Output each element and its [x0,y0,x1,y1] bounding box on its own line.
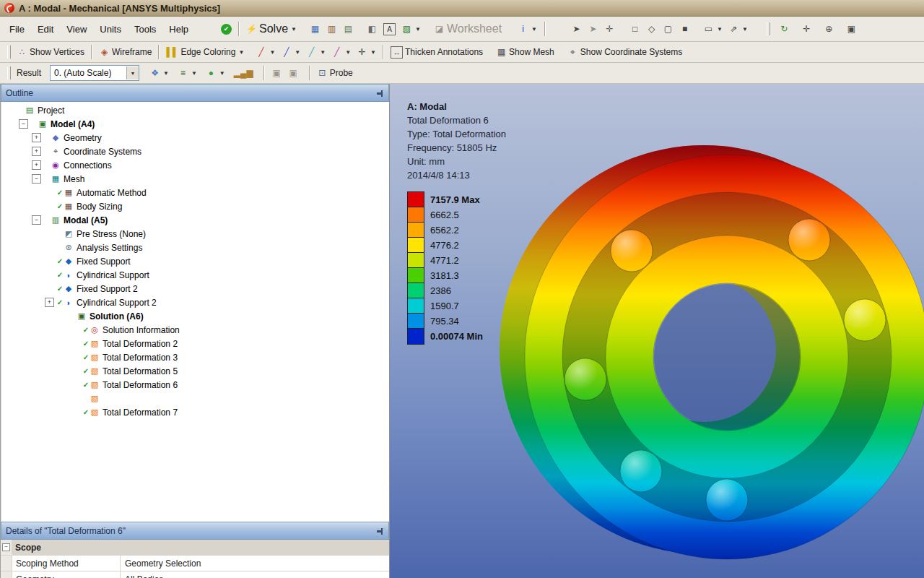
tree-item[interactable]: ⊛Analysis Settings [1,241,389,254]
tree-item[interactable]: +⌖Coordinate Systems [1,144,389,158]
tree-item[interactable]: ✓◆Fixed Support 2 [1,282,389,296]
edge-coloring-button[interactable]: ▌▌Edge Coloring▼ [163,43,247,61]
menu-units[interactable]: Units [93,21,128,37]
pan-button[interactable]: ✛ [798,20,815,38]
collapse-icon[interactable]: − [32,174,41,184]
scale-combo[interactable]: 0. (Auto Scale)▼ [50,65,139,81]
check-icon: ✓ [82,408,90,416]
details-title: Details of "Total Deformation 6" [6,526,126,536]
legend-value: 4776.2 [430,240,459,251]
check-icon: ✓ [56,271,64,279]
details-gutter: − [1,540,12,555]
tree-item[interactable]: ▣Solution (A6) [1,309,389,323]
report-button[interactable]: ▧▼ [398,20,424,38]
edge-style-blue-button[interactable]: ╱▼ [278,43,303,61]
collapse-icon[interactable]: − [19,119,28,129]
geometry-display-button[interactable]: ❖▼ [147,64,172,82]
section-collapse-icon[interactable]: − [2,543,10,551]
details-row[interactable]: GeometryAll Bodies [1,571,389,578]
thicken-annotations-button-label: Thicken Annotations [405,47,483,57]
info-button[interactable]: i▼ [515,20,540,38]
tree-item[interactable]: −▦Mesh [1,172,389,186]
rotate-button[interactable]: ↻ [776,20,793,38]
direction-button[interactable]: ➤ [585,20,601,38]
expand-icon[interactable]: + [32,147,41,156]
box-zoom-button[interactable]: ▣ [843,20,860,38]
edge-style-cyan-button[interactable]: ╱▼ [303,43,328,61]
thicken-annotations-icon: ↔ [391,46,403,59]
pin-icon[interactable] [377,527,384,535]
check-icon: ✓ [82,340,90,348]
tree-item[interactable]: −▣Model (A4) [1,117,389,131]
tree-item[interactable]: ✓▧Total Deformation 6 [1,378,389,392]
outline-panel: Outline ▤Project−▣Model (A4)+◆Geometry+⌖… [0,84,389,522]
pin-icon[interactable] [377,90,384,97]
section-plane-button[interactable]: ◧ [364,20,380,38]
details-value[interactable]: All Bodies [121,571,389,578]
annotation-button[interactable]: A [380,20,398,38]
zoom-in-button[interactable]: ⊕ [821,20,837,38]
contours-button[interactable]: ≡▼ [175,64,200,82]
smooth-shading-button[interactable]: ●▼ [203,64,228,82]
status-ready-button[interactable]: ✔ [218,20,235,38]
tree-item[interactable]: ✓◆Fixed Support [1,254,389,268]
edge-style-red-button[interactable]: ╱▼ [253,43,278,61]
vertex-filter-button[interactable]: □ [627,20,643,38]
tree-item[interactable]: ✓▧Total Deformation 3 [1,350,389,364]
scale-bars-button[interactable]: ▂▄▆ [231,64,256,82]
legend-swatch [407,298,424,314]
tree-item[interactable]: ✓◎Solution Information [1,323,389,337]
tree-item[interactable]: ✓▧Total Deformation 7 [1,405,389,419]
menu-file[interactable]: File [3,21,31,37]
solve-button[interactable]: ⚡Solve▼ [243,20,300,38]
thicken-annotations-button[interactable]: ↔Thicken Annotations [388,43,486,61]
collapse-icon[interactable]: − [32,215,41,225]
menu-tools[interactable]: Tools [128,21,162,37]
edge-style-black-button[interactable]: ✛▼ [354,43,379,61]
face-filter-button[interactable]: ▢ [660,20,676,38]
analysis-data-button[interactable]: ▦ [307,20,323,38]
tree-item[interactable]: ✓▦Automatic Method [1,186,389,199]
tree-item[interactable]: ✓▧Total Deformation 5 [1,364,389,378]
tree-item[interactable]: ✓▧Total Deformation 2 [1,337,389,350]
tree-item[interactable]: −▥Modal (A5) [1,213,389,227]
edge-filter-button[interactable]: ◇ [643,20,660,38]
edge-style-magenta-button[interactable]: ╱▼ [328,43,354,61]
report-icon: ▧ [401,24,412,35]
details-section-row[interactable]: −Scope [1,540,389,556]
details-row[interactable]: Scoping MethodGeometry Selection [1,556,389,571]
expand-icon[interactable]: + [45,298,54,307]
menu-help[interactable]: Help [162,21,195,37]
scale-bars-icon: ▂▄▆ [234,68,253,79]
details-value[interactable]: Geometry Selection [121,556,389,571]
menu-bar: FileEditViewUnitsToolsHelp ✔⚡Solve▼▦▥▤◧A… [0,17,924,42]
expand-icon[interactable]: + [32,133,41,142]
tree-item[interactable]: ✓◗Cylindrical Support [1,268,389,282]
tree-item[interactable]: +◉Connections [1,158,389,172]
details-label: Scoping Method [12,556,121,571]
select-mode-button[interactable]: ▭▼ [700,20,725,38]
label-select-button[interactable]: ➤ [568,20,585,38]
tree-item[interactable]: +✓◗Cylindrical Support 2 [1,296,389,309]
new-chart-button[interactable]: ▥ [323,20,340,38]
menu-view[interactable]: View [60,21,93,37]
tree-item[interactable]: ◩Pre Stress (None) [1,227,389,241]
dropdown-arrow-icon[interactable]: ▼ [126,66,139,79]
tree-item[interactable]: +◆Geometry [1,131,389,144]
probe-button[interactable]: ⊡Probe [314,64,356,82]
show-vertices-button[interactable]: ∴Show Vertices [14,43,87,61]
show-mesh-button[interactable]: ▦Show Mesh [493,43,557,61]
expand-icon[interactable]: + [32,160,41,170]
tree-item[interactable]: ▤Project [1,103,389,117]
hit-point-button[interactable]: ✛ [601,20,618,38]
body-filter-button[interactable]: ■ [676,20,693,38]
image-button[interactable]: ▤ [340,20,357,38]
menu-edit[interactable]: Edit [31,21,60,37]
tree-item[interactable]: ▧ [1,392,389,405]
show-coordinate-systems-button[interactable]: ⌖Show Coordinate Systems [565,43,685,61]
dropdown-arrow-icon: ▼ [742,26,748,33]
wireframe-button[interactable]: ◈Wireframe [96,43,154,61]
extend-selection-button[interactable]: ⇗▼ [725,20,751,38]
model-viewport[interactable]: A: ModalTotal Deformation 6Type: Total D… [390,84,924,578]
tree-item[interactable]: ✓▦Body Sizing [1,199,389,213]
